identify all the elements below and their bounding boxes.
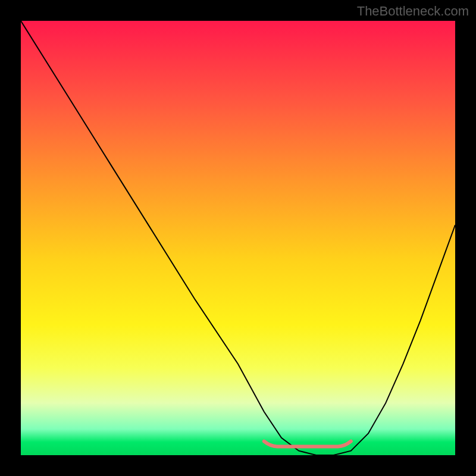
chart-frame: TheBottleneck.com (0, 0, 476, 476)
optimal-range-marker (21, 21, 455, 455)
watermark-text: TheBottleneck.com (357, 4, 469, 19)
plot-area (21, 21, 455, 455)
